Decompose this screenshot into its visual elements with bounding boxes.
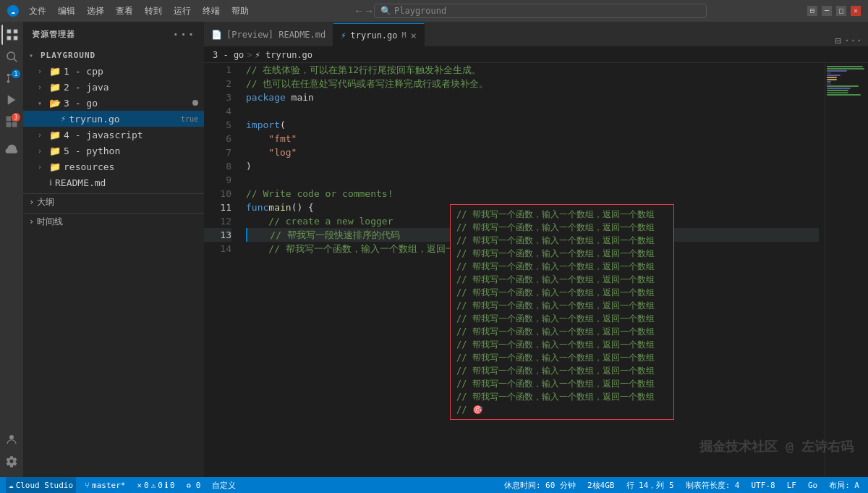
tree-root[interactable]: ▾ PLAYGROUND bbox=[23, 47, 204, 63]
info-file-icon: ℹ bbox=[49, 178, 52, 187]
activity-bottom bbox=[1, 429, 22, 477]
tree-label-readme: README.md bbox=[55, 177, 106, 188]
git-branch-status[interactable]: ⑂ master* bbox=[82, 477, 128, 493]
menu-edit[interactable]: 编辑 bbox=[54, 4, 80, 19]
tree-item-1-cpp[interactable]: › 📁 1 - cpp bbox=[23, 63, 204, 79]
sidebar: 资源管理器 ··· ▾ PLAYGROUND › 📁 1 - cpp › 📁 2… bbox=[23, 22, 204, 477]
search-bar[interactable]: 🔍 Playground bbox=[374, 4, 707, 18]
errors-status[interactable]: ✕ 0 ⚠ 0 ℹ 0 bbox=[134, 477, 177, 493]
custom-status[interactable]: 自定义 bbox=[209, 477, 239, 493]
code-line-1: // 在线体验，可以在第12行行尾按回车触发补全生成。 bbox=[246, 63, 819, 77]
activity-extensions[interactable]: 3 bbox=[1, 111, 22, 132]
nav-back-button[interactable]: ← bbox=[354, 5, 364, 17]
tab-actions: ⊟ ··· bbox=[835, 35, 868, 46]
timeline-header[interactable]: › 时间线 bbox=[23, 214, 204, 229]
activity-explorer[interactable] bbox=[1, 25, 22, 45]
error-icon: ✕ bbox=[137, 481, 142, 490]
folder-arrow-icon: › bbox=[38, 147, 46, 155]
menu-view[interactable]: 查看 bbox=[111, 4, 137, 19]
folder-arrow-icon: › bbox=[38, 83, 46, 91]
tree-item-tryrun[interactable]: ⚡ tryrun.go true bbox=[23, 111, 204, 127]
folder-arrow-icon: › bbox=[38, 67, 46, 75]
cursor-status[interactable]: 行 14，列 5 bbox=[624, 477, 677, 493]
breadcrumb-part-1[interactable]: 3 - go bbox=[213, 50, 244, 60]
indent-status[interactable]: 制表符长度: 4 bbox=[683, 477, 743, 493]
tree-item-2-java[interactable]: › 📁 2 - java bbox=[23, 79, 204, 95]
tab-tryrun-label: tryrun.go bbox=[351, 30, 398, 41]
tree-item-resources[interactable]: › 📁 resources bbox=[23, 159, 204, 174]
layout-status[interactable]: 布局: A bbox=[826, 477, 862, 493]
code-line-9 bbox=[246, 173, 819, 187]
menu-run[interactable]: 运行 bbox=[169, 4, 195, 19]
line-ending-status[interactable]: LF bbox=[784, 477, 799, 493]
titlebar-center: ← → 🔍 Playground bbox=[259, 4, 801, 18]
tab-tryrun[interactable]: ⚡ tryrun.go M × bbox=[333, 23, 425, 46]
activity-cloud[interactable] bbox=[1, 139, 22, 159]
folder-open-icon: 📂 bbox=[49, 98, 61, 109]
folder-icon: 📁 bbox=[49, 66, 61, 77]
code-line-5: import ( bbox=[246, 118, 819, 132]
rest-time-status[interactable]: 休息时间: 60 分钟 bbox=[501, 477, 579, 493]
encoding-label: UTF-8 bbox=[752, 481, 775, 490]
code-editor[interactable]: 1 2 3 4 5 6 7 8 9 10 11 12 13 14 // 在线体验… bbox=[204, 63, 868, 477]
menu-file[interactable]: 文件 bbox=[25, 4, 51, 19]
tab-close-button[interactable]: × bbox=[411, 30, 417, 41]
svg-marker-9 bbox=[8, 95, 16, 105]
code-line-6: "fmt" bbox=[246, 132, 819, 146]
activity-scm[interactable]: 1 bbox=[1, 68, 22, 88]
no-problems-status[interactable]: ♻ 0 bbox=[184, 477, 204, 493]
activity-settings[interactable] bbox=[1, 451, 22, 471]
line-numbers: 1 2 3 4 5 6 7 8 9 10 11 12 13 14 bbox=[204, 63, 240, 477]
menu-terminal[interactable]: 终端 bbox=[198, 4, 224, 19]
timeline-section: › 时间线 bbox=[23, 213, 204, 229]
breadcrumb: 3 - go > ⚡ tryrun.go bbox=[204, 47, 868, 63]
cloud-studio-status[interactable]: ☁ Cloud Studio bbox=[6, 477, 76, 493]
line-ending-label: LF bbox=[787, 481, 796, 490]
breadcrumb-part-2[interactable]: ⚡ tryrun.go bbox=[255, 50, 312, 60]
svg-rect-2 bbox=[14, 30, 17, 33]
close-icon[interactable]: ✕ bbox=[851, 6, 861, 16]
folder-arrow-icon: › bbox=[38, 131, 46, 139]
menu-select[interactable]: 选择 bbox=[82, 4, 109, 19]
tree-item-readme[interactable]: ℹ README.md bbox=[23, 174, 204, 190]
file-tree: ▾ PLAYGROUND › 📁 1 - cpp › 📁 2 - java ▾ … bbox=[23, 47, 204, 477]
folder-open-arrow-icon: ▾ bbox=[38, 99, 46, 107]
tab-readme[interactable]: 📄 [Preview] README.md bbox=[204, 23, 333, 46]
go-file-icon: ⚡ bbox=[61, 114, 66, 124]
nav-forward-button[interactable]: → bbox=[364, 5, 374, 17]
language-status[interactable]: Go bbox=[805, 477, 820, 493]
main-layout: 1 3 bbox=[0, 22, 868, 477]
folder-icon: 📁 bbox=[49, 82, 61, 93]
minimize-icon[interactable]: ─ bbox=[822, 6, 832, 16]
activity-debug[interactable] bbox=[1, 90, 22, 110]
code-line-3: package main bbox=[246, 90, 819, 104]
tree-label-1-cpp: 1 - cpp bbox=[64, 66, 103, 77]
tab-tryrun-icon: ⚡ bbox=[341, 30, 346, 41]
encoding-status[interactable]: UTF-8 bbox=[749, 477, 778, 493]
tree-item-3-go[interactable]: ▾ 📂 3 - go bbox=[23, 95, 204, 111]
split-editor-button[interactable]: ⊟ bbox=[835, 35, 841, 46]
root-arrow-icon: ▾ bbox=[29, 51, 38, 59]
cpu-mem-status[interactable]: 2核4GB bbox=[584, 477, 618, 493]
svg-rect-10 bbox=[7, 117, 12, 122]
ai-suggestion-line: // 帮我写一个函数，输入一个数组，返回一个数组 // 帮我写一个函数，输入一个… bbox=[456, 208, 668, 416]
menu-goto[interactable]: 转到 bbox=[140, 4, 166, 19]
error-count: 0 bbox=[144, 481, 149, 490]
rest-time-label: 休息时间: 60 分钟 bbox=[504, 480, 576, 491]
app-logo-icon: ☁ bbox=[7, 5, 19, 17]
code-line-8: ) bbox=[246, 159, 819, 173]
more-tabs-button[interactable]: ··· bbox=[844, 35, 862, 46]
activity-search[interactable] bbox=[1, 46, 22, 67]
tree-item-5-python[interactable]: › 📁 5 - python bbox=[23, 143, 204, 159]
tree-item-4-js[interactable]: › 📁 4 - javascript bbox=[23, 127, 204, 143]
tree-label-4-js: 4 - javascript bbox=[64, 130, 143, 140]
split-editor-icon[interactable]: ⊟ bbox=[807, 6, 817, 16]
sidebar-more-button[interactable]: ··· bbox=[172, 28, 195, 41]
outline-header[interactable]: › 大纲 bbox=[23, 194, 204, 210]
maximize-icon[interactable]: □ bbox=[836, 6, 846, 16]
tree-label-2-java: 2 - java bbox=[64, 82, 109, 93]
menu-help[interactable]: 帮助 bbox=[227, 4, 253, 19]
activity-account[interactable] bbox=[1, 429, 22, 450]
status-left: ☁ Cloud Studio ⑂ master* ✕ 0 ⚠ 0 ℹ 0 ♻ 0… bbox=[6, 477, 239, 493]
tree-label-5-python: 5 - python bbox=[64, 146, 120, 156]
